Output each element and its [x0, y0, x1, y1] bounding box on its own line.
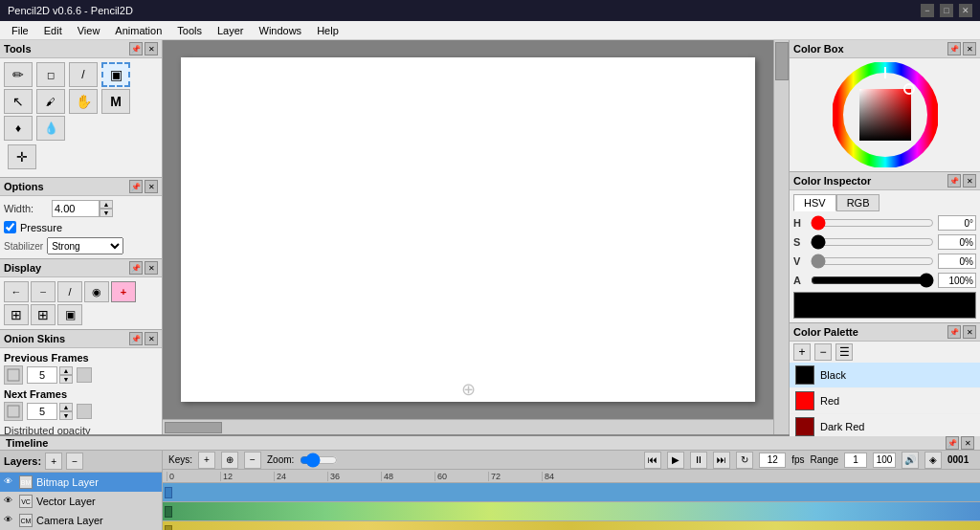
fps-input[interactable]	[759, 453, 786, 468]
pencil-tool[interactable]: ✏	[4, 62, 33, 87]
drawing-canvas[interactable]: ⊕	[181, 57, 755, 402]
disp-color-btn[interactable]: ◉	[84, 281, 109, 302]
playback-start-btn[interactable]: ⏮	[644, 452, 661, 469]
pressure-checkbox[interactable]	[4, 221, 16, 233]
ci-close[interactable]: ✕	[963, 174, 976, 188]
color-wheel[interactable]	[833, 62, 938, 167]
tab-hsv[interactable]: HSV	[793, 194, 836, 211]
bitmap-layer-row[interactable]: 👁 BM Bitmap Layer	[0, 473, 162, 492]
vector-eye-icon[interactable]: 👁	[4, 496, 15, 507]
menu-animation[interactable]: Animation	[107, 23, 169, 38]
zoom-slider[interactable]	[300, 454, 338, 466]
playback-play-btn[interactable]: ▶	[667, 452, 684, 469]
range-start[interactable]	[844, 453, 867, 468]
tools-close-btn[interactable]: ✕	[145, 42, 158, 55]
menu-help[interactable]: Help	[309, 23, 346, 38]
a-slider[interactable]	[811, 275, 934, 286]
s-value[interactable]	[938, 234, 976, 250]
next-up[interactable]: ▲	[59, 403, 73, 411]
vector-layer-row[interactable]: 👁 VC Vector Layer	[0, 492, 162, 511]
sound-btn[interactable]: 🔊	[902, 452, 919, 469]
disp-prev-btn[interactable]: ←	[4, 281, 29, 302]
v-scrollbar-thumb[interactable]	[775, 42, 789, 80]
canvas-scroll-h[interactable]	[163, 419, 773, 434]
left-scroll[interactable]: Tools 📌 ✕ ✏ ◻ / ▣ ↖ 🖌 ✋ M ♦ 💧	[0, 40, 162, 434]
tools-pin-btn[interactable]: 📌	[129, 42, 143, 55]
onion-btn[interactable]: ◈	[924, 452, 942, 469]
display-pin-btn[interactable]: 📌	[129, 261, 143, 275]
palette-item-red[interactable]: Red	[790, 388, 980, 414]
color-box-close[interactable]: ✕	[963, 42, 976, 55]
eyedrop-tool[interactable]: 💧	[36, 116, 65, 141]
arrow-tool[interactable]: ↖	[4, 89, 33, 114]
canvas-scroll-v[interactable]	[773, 40, 789, 434]
key-del-btn[interactable]: −	[244, 452, 261, 469]
playback-end-btn[interactable]: ⏭	[713, 452, 730, 469]
disp-stroke-btn[interactable]: /	[57, 281, 82, 302]
cp-remove-btn[interactable]: −	[814, 343, 832, 361]
tl-pin[interactable]: 📌	[946, 436, 959, 450]
range-end[interactable]	[873, 453, 896, 468]
vector-track[interactable]	[163, 502, 980, 521]
cp-close[interactable]: ✕	[963, 325, 976, 339]
menu-view[interactable]: View	[70, 23, 108, 38]
pen-tool[interactable]: /	[69, 62, 98, 87]
playback-stop-btn[interactable]: ⏸	[690, 452, 707, 469]
loop-btn[interactable]: ↻	[736, 452, 753, 469]
m-tool[interactable]: M	[101, 89, 130, 114]
key-dup-btn[interactable]: ⊕	[221, 452, 238, 469]
add-layer-btn[interactable]: +	[45, 453, 62, 470]
prev-down[interactable]: ▼	[59, 375, 73, 384]
menu-edit[interactable]: Edit	[36, 23, 70, 38]
color-box-pin[interactable]: 📌	[947, 42, 961, 55]
onion-close-btn[interactable]: ✕	[145, 332, 158, 345]
width-down-btn[interactable]: ▼	[100, 209, 113, 217]
bitmap-track[interactable]	[163, 483, 980, 502]
cp-options-btn[interactable]: ☰	[835, 343, 853, 361]
prev-up[interactable]: ▲	[59, 366, 73, 375]
h-slider[interactable]	[811, 217, 934, 229]
canvas-workspace[interactable]: ⊕	[163, 40, 773, 419]
camera-track[interactable]	[163, 521, 980, 530]
v-value[interactable]	[938, 254, 976, 269]
restore-button[interactable]: □	[940, 4, 953, 17]
menu-windows[interactable]: Windows	[252, 23, 310, 38]
tab-rgb[interactable]: RGB	[836, 194, 880, 211]
bitmap-eye-icon[interactable]: 👁	[4, 476, 15, 488]
a-value[interactable]	[938, 273, 976, 288]
cp-add-btn[interactable]: +	[793, 343, 811, 361]
disp-add-btn[interactable]: +	[111, 281, 136, 302]
next-down[interactable]: ▼	[59, 411, 73, 420]
menu-tools[interactable]: Tools	[169, 23, 210, 38]
camera-eye-icon[interactable]: 👁	[4, 515, 15, 526]
s-slider[interactable]	[811, 236, 934, 248]
disp-grid1-btn[interactable]: ⊞	[4, 304, 29, 325]
next-frames-input[interactable]	[27, 403, 57, 420]
menu-layer[interactable]: Layer	[210, 23, 252, 38]
smudge-tool[interactable]: ♦	[4, 116, 33, 141]
camera-layer-row[interactable]: 👁 CM Camera Layer	[0, 511, 162, 530]
options-pin-btn[interactable]: 📌	[129, 180, 143, 193]
options-close-btn[interactable]: ✕	[145, 180, 158, 193]
prev-frames-input[interactable]	[27, 366, 57, 384]
cp-pin[interactable]: 📌	[947, 325, 961, 339]
select-tool[interactable]: ▣	[101, 62, 130, 87]
tl-close[interactable]: ✕	[961, 436, 974, 450]
width-up-btn[interactable]: ▲	[100, 200, 113, 209]
display-close-btn[interactable]: ✕	[145, 261, 158, 275]
width-input[interactable]	[52, 200, 100, 217]
h-scrollbar-thumb[interactable]	[165, 422, 222, 433]
hand-tool[interactable]: ✋	[69, 89, 98, 114]
v-slider[interactable]	[811, 255, 934, 267]
key-add-btn[interactable]: +	[198, 452, 215, 469]
move-tool[interactable]: ✛	[8, 144, 36, 169]
palette-item-black[interactable]: Black	[790, 363, 980, 388]
disp-frame-btn[interactable]: ▣	[57, 304, 82, 325]
brush-tool[interactable]: 🖌	[36, 89, 65, 114]
onion-pin-btn[interactable]: 📌	[129, 332, 143, 345]
disp-grid2-btn[interactable]: ⊞	[31, 304, 56, 325]
stabilizer-select[interactable]: Strong None Simple	[47, 237, 123, 254]
disp-line-btn[interactable]: ─	[31, 281, 56, 302]
eraser-tool[interactable]: ◻	[36, 62, 65, 87]
h-value[interactable]	[938, 215, 976, 231]
